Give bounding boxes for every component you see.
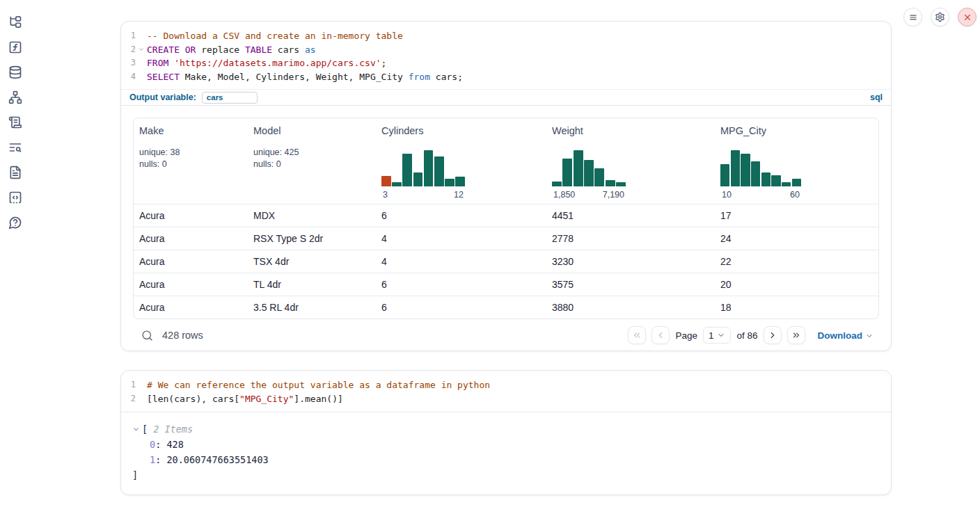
hist-bar (731, 150, 740, 186)
hamburger-icon (908, 13, 918, 22)
sidebar-item-dependencies[interactable] (8, 90, 22, 104)
table-row: AcuraTSX 4dr4323022 (134, 250, 878, 273)
next-page-button[interactable] (764, 326, 782, 344)
histogram-bars (381, 150, 465, 186)
code-text: -- Download a CSV and create an in-memor… (147, 29, 403, 43)
sidebar-item-data-sources[interactable] (8, 65, 22, 79)
fold-gutter (136, 378, 147, 392)
tree-collapse-toggle[interactable] (132, 426, 142, 433)
sidebar-item-snippets[interactable] (8, 191, 22, 204)
sidebar-item-logs[interactable] (8, 115, 22, 129)
column-header-model[interactable]: Modelunique: 425nulls: 0 (248, 118, 376, 204)
code-token: Make, Model, Cylinders, Weight, MPG_City (180, 72, 409, 82)
table-row: AcuraRSX Type S 2dr4277824 (134, 227, 878, 250)
code-line[interactable]: 1# We can reference the output variable … (121, 378, 891, 392)
network-icon (8, 90, 22, 104)
chevron-down-icon (717, 331, 725, 339)
shutdown-button[interactable] (958, 8, 977, 26)
sidebar-item-file-explorer[interactable] (8, 15, 22, 29)
hist-min-label: 1,850 (553, 190, 575, 200)
search-button[interactable] (139, 327, 155, 344)
table-row: Acura3.5 RL 4dr6388018 (134, 296, 878, 319)
chevrons-right-icon (791, 330, 801, 340)
hist-bar (381, 176, 391, 187)
code-text: CREATE OR replace TABLE cars as (147, 43, 316, 57)
code-line[interactable]: 1-- Download a CSV and create an in-memo… (121, 29, 891, 43)
line-number: 3 (121, 56, 136, 70)
download-button[interactable]: Download (818, 330, 874, 341)
table-cell: 2778 (546, 233, 715, 244)
code-token: # We can reference the output variable a… (147, 380, 490, 390)
sidebar-item-outline[interactable] (8, 140, 22, 154)
column-header-mpg_city[interactable]: MPG_City1060 (715, 118, 878, 204)
table-cell: Acura (134, 256, 248, 267)
help-bubble-icon (8, 216, 22, 230)
hist-bar (413, 172, 423, 187)
previous-page-button[interactable] (651, 326, 670, 344)
hist-bar (424, 150, 434, 186)
tree-entry: 1: 20.060747663551403 (132, 452, 880, 467)
code-line[interactable]: 4SELECT Make, Model, Cylinders, Weight, … (121, 70, 891, 84)
code-line[interactable]: 2CREATE OR replace TABLE cars as (121, 43, 891, 57)
database-icon (8, 65, 22, 79)
tree-entry-value: : 428 (155, 439, 184, 450)
hist-bar (720, 164, 729, 186)
histogram-bars (720, 150, 801, 186)
hist-bar (761, 172, 770, 187)
line-number: 2 (121, 43, 136, 57)
page-select[interactable]: 1 (703, 327, 732, 344)
column-header-weight[interactable]: Weight1,8507,190 (546, 118, 715, 204)
chevrons-left-icon (632, 330, 642, 340)
hist-bar (584, 160, 594, 186)
column-header-make[interactable]: Makeunique: 38nulls: 0 (134, 118, 248, 204)
column-stats: unique: 425nulls: 0 (253, 147, 376, 170)
download-label: Download (818, 330, 863, 341)
notebook-menu-button[interactable] (903, 8, 922, 26)
code-token: -- Download a CSV and create an in-memor… (147, 31, 403, 41)
fold-gutter (136, 29, 147, 43)
output-variable-label: Output variable: (129, 92, 196, 102)
function-square-icon (8, 40, 22, 54)
sidebar-item-documentation[interactable] (8, 166, 22, 179)
table-cell: 6 (376, 279, 546, 290)
column-histogram: 1060 (720, 150, 801, 200)
settings-button[interactable] (931, 8, 949, 26)
unique-count: unique: 38 (139, 147, 248, 159)
chevron-down-icon (132, 426, 140, 433)
text-search-icon (8, 140, 22, 154)
sidebar-item-help[interactable] (8, 216, 22, 230)
output-variable-input[interactable] (202, 92, 258, 104)
sql-editor[interactable]: 1-- Download a CSV and create an in-memo… (121, 22, 891, 89)
column-title: MPG_City (720, 124, 878, 138)
line-number: 2 (121, 392, 136, 406)
hist-max-label: 12 (454, 190, 464, 200)
hist-bar (741, 154, 750, 187)
hist-bar (455, 177, 465, 187)
hist-min-label: 10 (722, 190, 732, 200)
code-token: as (305, 45, 316, 55)
code-line[interactable]: 2[len(cars), cars["MPG_City"].mean()] (121, 392, 891, 406)
table-cell: 24 (715, 233, 878, 244)
gear-icon (935, 12, 945, 22)
code-token: cars (272, 45, 305, 55)
fold-chevron-icon[interactable] (136, 43, 147, 57)
hist-bar (402, 154, 412, 187)
code-text: FROM 'https://datasets.marimo.app/cars.c… (147, 56, 386, 70)
python-editor[interactable]: 1# We can reference the output variable … (121, 371, 891, 412)
first-page-button[interactable] (628, 326, 646, 344)
code-token: CREATE (147, 45, 180, 55)
sidebar-item-variables[interactable] (8, 40, 22, 54)
hist-max-label: 60 (790, 190, 800, 200)
page-select-value: 1 (709, 330, 714, 341)
histogram-bars (552, 150, 626, 186)
table-body: AcuraMDX6445117AcuraRSX Type S 2dr427782… (134, 204, 878, 319)
code-line[interactable]: 3FROM 'https://datasets.marimo.app/cars.… (121, 56, 891, 70)
sql-cell: 1-- Download a CSV and create an in-memo… (120, 21, 892, 351)
last-page-button[interactable] (787, 326, 805, 344)
table-cell: 20 (715, 279, 878, 290)
sql-output-area: Makeunique: 38nulls: 0Modelunique: 425nu… (121, 106, 891, 348)
hist-bar (606, 180, 615, 186)
line-number: 1 (121, 378, 136, 392)
table-cell: Acura (134, 302, 248, 313)
column-header-cylinders[interactable]: Cylinders312 (376, 118, 546, 204)
